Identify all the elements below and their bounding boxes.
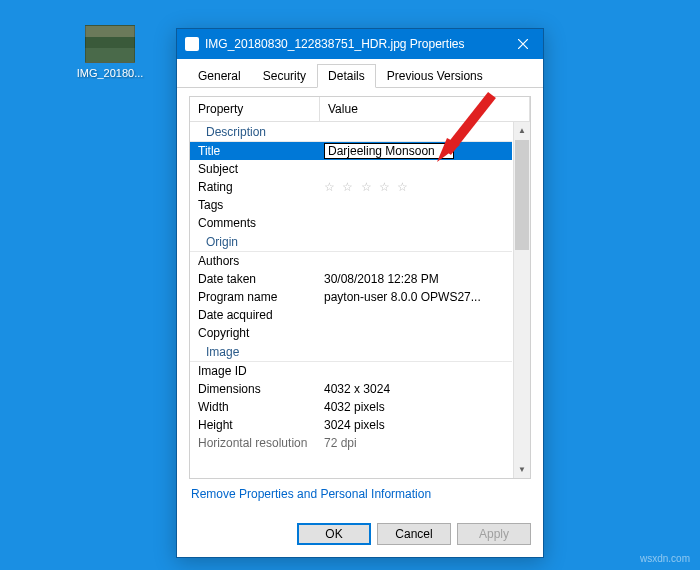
scrollbar-thumb[interactable]	[515, 140, 529, 250]
label-copyright: Copyright	[190, 325, 320, 341]
apply-button[interactable]: Apply	[457, 523, 531, 545]
close-icon	[518, 39, 528, 49]
properties-dialog: IMG_20180830_122838751_HDR.jpg Propertie…	[176, 28, 544, 558]
value-hres: 72 dpi	[320, 435, 512, 451]
file-type-icon	[185, 37, 199, 51]
label-image-id: Image ID	[190, 363, 320, 379]
close-button[interactable]	[503, 29, 543, 59]
rating-stars[interactable]: ☆ ☆ ☆ ☆ ☆	[320, 179, 512, 195]
title-input[interactable]	[324, 143, 454, 159]
value-comments	[320, 222, 512, 224]
label-rating: Rating	[190, 179, 320, 195]
value-program-name: payton-user 8.0.0 OPWS27...	[320, 289, 512, 305]
label-comments: Comments	[190, 215, 320, 231]
label-subject: Subject	[190, 161, 320, 177]
properties-header: Property Value	[190, 97, 530, 122]
titlebar[interactable]: IMG_20180830_122838751_HDR.jpg Propertie…	[177, 29, 543, 59]
vertical-scrollbar[interactable]: ▲ ▼	[513, 122, 530, 478]
label-date-acquired: Date acquired	[190, 307, 320, 323]
file-label: IMG_20180...	[75, 67, 145, 79]
row-rating[interactable]: Rating ☆ ☆ ☆ ☆ ☆	[190, 178, 512, 196]
label-program-name: Program name	[190, 289, 320, 305]
tab-general[interactable]: General	[187, 64, 252, 88]
row-comments[interactable]: Comments	[190, 214, 512, 232]
row-horizontal-resolution[interactable]: Horizontal resolution 72 dpi	[190, 434, 512, 452]
column-property[interactable]: Property	[190, 97, 320, 121]
label-height: Height	[190, 417, 320, 433]
column-value[interactable]: Value	[320, 97, 530, 121]
row-date-acquired[interactable]: Date acquired	[190, 306, 512, 324]
label-dimensions: Dimensions	[190, 381, 320, 397]
file-thumbnail	[85, 25, 135, 63]
value-date-taken: 30/08/2018 12:28 PM	[320, 271, 512, 287]
label-date-taken: Date taken	[190, 271, 320, 287]
tab-details[interactable]: Details	[317, 64, 376, 88]
properties-body: Description Title Subject Rating ☆ ☆ ☆ ☆…	[190, 122, 530, 478]
row-dimensions[interactable]: Dimensions 4032 x 3024	[190, 380, 512, 398]
scroll-down-arrow[interactable]: ▼	[514, 461, 530, 478]
cancel-button[interactable]: Cancel	[377, 523, 451, 545]
row-program-name[interactable]: Program name payton-user 8.0.0 OPWS27...	[190, 288, 512, 306]
properties-panel: Property Value Description Title Subject	[189, 96, 531, 479]
value-height: 3024 pixels	[320, 417, 512, 433]
scroll-up-arrow[interactable]: ▲	[514, 122, 530, 139]
value-image-id	[320, 370, 512, 372]
value-date-acquired	[320, 314, 512, 316]
row-copyright[interactable]: Copyright	[190, 324, 512, 342]
value-authors	[320, 260, 512, 262]
row-height[interactable]: Height 3024 pixels	[190, 416, 512, 434]
label-title: Title	[190, 143, 320, 159]
value-dimensions: 4032 x 3024	[320, 381, 512, 397]
label-hres: Horizontal resolution	[190, 435, 320, 451]
label-width: Width	[190, 399, 320, 415]
row-date-taken[interactable]: Date taken 30/08/2018 12:28 PM	[190, 270, 512, 288]
tab-security[interactable]: Security	[252, 64, 317, 88]
value-tags	[320, 204, 512, 206]
value-copyright	[320, 332, 512, 334]
row-authors[interactable]: Authors	[190, 252, 512, 270]
remove-properties-link[interactable]: Remove Properties and Personal Informati…	[189, 479, 531, 505]
watermark: wsxdn.com	[640, 553, 690, 564]
ok-button[interactable]: OK	[297, 523, 371, 545]
label-tags: Tags	[190, 197, 320, 213]
row-image-id[interactable]: Image ID	[190, 362, 512, 380]
desktop-file-icon[interactable]: IMG_20180...	[75, 25, 145, 79]
tab-bar: General Security Details Previous Versio…	[177, 59, 543, 88]
section-description: Description	[190, 122, 512, 142]
section-origin: Origin	[190, 232, 512, 252]
value-width: 4032 pixels	[320, 399, 512, 415]
row-tags[interactable]: Tags	[190, 196, 512, 214]
row-width[interactable]: Width 4032 pixels	[190, 398, 512, 416]
window-title: IMG_20180830_122838751_HDR.jpg Propertie…	[205, 37, 503, 51]
properties-scroll[interactable]: Description Title Subject Rating ☆ ☆ ☆ ☆…	[190, 122, 530, 478]
row-title[interactable]: Title	[190, 142, 512, 160]
dialog-buttons: OK Cancel Apply	[177, 513, 543, 557]
tab-content: Property Value Description Title Subject	[177, 88, 543, 513]
row-subject[interactable]: Subject	[190, 160, 512, 178]
value-subject	[320, 168, 512, 170]
section-image: Image	[190, 342, 512, 362]
label-authors: Authors	[190, 253, 320, 269]
tab-previous-versions[interactable]: Previous Versions	[376, 64, 494, 88]
